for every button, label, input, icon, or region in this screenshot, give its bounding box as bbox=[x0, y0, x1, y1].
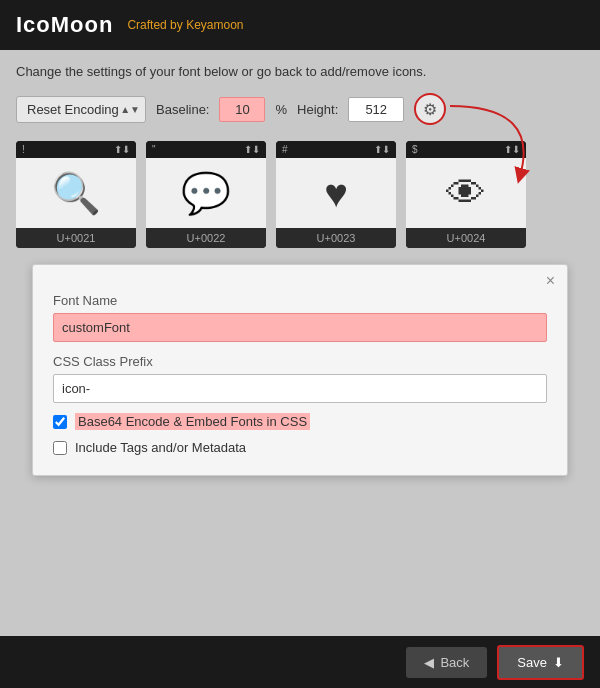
icon-card-3-code: # bbox=[282, 144, 288, 155]
icon-card-2-arrows[interactable]: ⬆⬇ bbox=[244, 144, 260, 155]
font-name-input[interactable] bbox=[53, 313, 547, 342]
save-download-icon: ⬇ bbox=[553, 655, 564, 670]
save-button-label: Save bbox=[517, 655, 547, 670]
height-label: Height: bbox=[297, 102, 338, 117]
metadata-checkbox-label: Include Tags and/or Metadata bbox=[75, 440, 246, 455]
icon-card-4: $ ⬆⬇ 👁 U+0024 bbox=[406, 141, 526, 248]
checkbox-row-2: Include Tags and/or Metadata bbox=[53, 440, 547, 455]
icon-card-4-symbol: 👁 bbox=[446, 171, 486, 216]
height-input[interactable] bbox=[348, 97, 404, 122]
icon-card-3-unicode: U+0023 bbox=[276, 228, 396, 248]
icon-card-4-body: 👁 bbox=[406, 158, 526, 228]
crafted-by-text: Crafted by Keyamoon bbox=[127, 18, 243, 32]
base64-checkbox[interactable] bbox=[53, 415, 67, 429]
app-header: IcoMoon Crafted by Keyamoon bbox=[0, 0, 600, 50]
icon-card-2: " ⬆⬇ 💬 U+0022 bbox=[146, 141, 266, 248]
icon-card-3: # ⬆⬇ ♥ U+0023 bbox=[276, 141, 396, 248]
checkbox-row-1: Base64 Encode & Embed Fonts in CSS bbox=[53, 413, 547, 430]
settings-toolbar: Reset Encoding ▲▼ Baseline: % Height: ⚙ bbox=[16, 93, 584, 125]
icon-card-1-code: ! bbox=[22, 144, 25, 155]
icon-card-1-arrows[interactable]: ⬆⬇ bbox=[114, 144, 130, 155]
icon-card-3-top: # ⬆⬇ bbox=[276, 141, 396, 158]
baseline-label: Baseline: bbox=[156, 102, 209, 117]
icon-card-3-body: ♥ bbox=[276, 158, 396, 228]
app-footer: ◀ Back Save ⬇ bbox=[0, 636, 600, 688]
icon-card-4-arrows[interactable]: ⬆⬇ bbox=[504, 144, 520, 155]
back-button-label: Back bbox=[440, 655, 469, 670]
dialog-close-button[interactable]: × bbox=[546, 273, 555, 289]
font-name-label: Font Name bbox=[53, 293, 547, 308]
reset-encoding-wrapper: Reset Encoding ▲▼ bbox=[16, 96, 146, 123]
icon-card-1-symbol: 🔍 bbox=[51, 170, 101, 217]
metadata-checkbox[interactable] bbox=[53, 441, 67, 455]
icon-card-1-unicode: U+0021 bbox=[16, 228, 136, 248]
app-logo: IcoMoon bbox=[16, 12, 113, 38]
icon-card-3-symbol: ♥ bbox=[324, 171, 348, 216]
gear-button[interactable]: ⚙ bbox=[414, 93, 446, 125]
reset-encoding-select[interactable]: Reset Encoding bbox=[16, 96, 146, 123]
icon-card-4-unicode: U+0024 bbox=[406, 228, 526, 248]
icon-card-2-body: 💬 bbox=[146, 158, 266, 228]
icon-card-1: ! ⬆⬇ 🔍 U+0021 bbox=[16, 141, 136, 248]
base64-checkbox-label: Base64 Encode & Embed Fonts in CSS bbox=[75, 413, 310, 430]
gear-icon: ⚙ bbox=[423, 100, 437, 119]
baseline-input[interactable] bbox=[219, 97, 265, 122]
icon-card-2-symbol: 💬 bbox=[181, 170, 231, 217]
settings-dialog: × Font Name CSS Class Prefix Base64 Enco… bbox=[32, 264, 568, 476]
icon-card-2-unicode: U+0022 bbox=[146, 228, 266, 248]
icon-card-2-code: " bbox=[152, 144, 156, 155]
css-class-label: CSS Class Prefix bbox=[53, 354, 547, 369]
save-button[interactable]: Save ⬇ bbox=[497, 645, 584, 680]
baseline-unit: % bbox=[275, 102, 287, 117]
icon-card-1-top: ! ⬆⬇ bbox=[16, 141, 136, 158]
back-arrow-icon: ◀ bbox=[424, 655, 434, 670]
icon-card-4-top: $ ⬆⬇ bbox=[406, 141, 526, 158]
back-button[interactable]: ◀ Back bbox=[406, 647, 487, 678]
icon-cards-row: ! ⬆⬇ 🔍 U+0021 " ⬆⬇ 💬 U+0022 # ⬆⬇ bbox=[16, 141, 584, 248]
page-description: Change the settings of your font below o… bbox=[16, 64, 584, 79]
icon-card-1-body: 🔍 bbox=[16, 158, 136, 228]
icon-card-3-arrows[interactable]: ⬆⬇ bbox=[374, 144, 390, 155]
main-content: Change the settings of your font below o… bbox=[0, 50, 600, 490]
icon-card-4-code: $ bbox=[412, 144, 418, 155]
icon-card-2-top: " ⬆⬇ bbox=[146, 141, 266, 158]
css-class-input[interactable] bbox=[53, 374, 547, 403]
